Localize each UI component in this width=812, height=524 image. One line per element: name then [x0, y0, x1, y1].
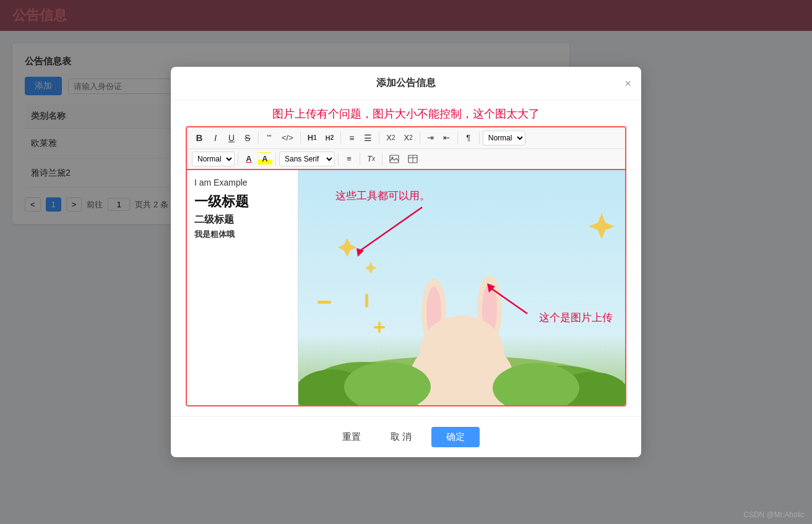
- annotation-tools: 这些工具都可以用。: [335, 189, 430, 203]
- insert-image-button[interactable]: [386, 153, 403, 165]
- h2-preview: 二级标题: [194, 213, 290, 226]
- underline-button[interactable]: U: [224, 131, 239, 145]
- font-color-button[interactable]: A: [241, 152, 256, 165]
- separator: [275, 153, 276, 165]
- ordered-list-button[interactable]: ≡: [344, 131, 359, 145]
- separator: [379, 132, 379, 144]
- separator: [479, 132, 480, 144]
- reset-button[interactable]: 重置: [332, 427, 371, 447]
- clear-format-button[interactable]: Tx: [363, 152, 379, 165]
- modal-title: 添加公告信息: [376, 77, 436, 90]
- modal-dialog: 添加公告信息 × 图片上传有个问题，图片大小不能控制，这个图太大了 B I U …: [171, 67, 641, 457]
- watermark: CSDN @Mr.Aholic: [743, 510, 805, 519]
- modal-footer: 重置 取 消 确定: [171, 416, 641, 457]
- editor-image-panel: 这些工具都可以用。 这个是图片上传: [298, 170, 625, 405]
- separator: [258, 132, 259, 144]
- strikethrough-button[interactable]: S: [240, 131, 255, 145]
- unordered-list-button[interactable]: ☰: [360, 131, 376, 145]
- subscript-button[interactable]: X2: [382, 131, 399, 144]
- normal-select[interactable]: Normal: [483, 131, 525, 145]
- svg-rect-23: [317, 301, 331, 304]
- editor-text-panel[interactable]: I am Example 一级标题 二级标题 我是粗体哦: [187, 170, 298, 405]
- editor-body: I am Example 一级标题 二级标题 我是粗体哦: [187, 170, 625, 405]
- superscript-button[interactable]: X2: [400, 131, 417, 144]
- separator: [338, 153, 339, 165]
- editor-toolbar-row2: Normal A A Sans Serif ≡ Tx: [187, 149, 625, 170]
- editor-container: B I U S "' </> H1 H2 ≡ ☰ X2 X2 ⇥ ⇤: [186, 126, 626, 406]
- indent-right-button[interactable]: ⇥: [423, 131, 438, 144]
- example-text: I am Example: [194, 178, 290, 187]
- modal-close-button[interactable]: ×: [624, 77, 631, 90]
- paragraph-button[interactable]: ¶: [461, 131, 476, 144]
- svg-rect-25: [374, 326, 385, 329]
- italic-button[interactable]: I: [208, 131, 223, 145]
- svg-point-13: [420, 316, 504, 390]
- separator: [382, 153, 382, 165]
- editor-toolbar-row1: B I U S "' </> H1 H2 ≡ ☰ X2 X2 ⇥ ⇤: [187, 127, 625, 149]
- align-left-button[interactable]: ≡: [342, 152, 356, 165]
- confirm-button[interactable]: 确定: [431, 427, 480, 447]
- insert-table-button[interactable]: [404, 153, 421, 165]
- separator: [457, 132, 458, 144]
- separator: [360, 153, 360, 165]
- normal-select-2[interactable]: Normal: [192, 152, 235, 166]
- quote-button[interactable]: "': [262, 131, 277, 144]
- svg-rect-22: [365, 294, 368, 307]
- annotation-upload: 这个是图片上传: [539, 311, 613, 325]
- modal-overlay: 添加公告信息 × 图片上传有个问题，图片大小不能控制，这个图太大了 B I U …: [0, 0, 812, 524]
- annotation-top: 图片上传有个问题，图片大小不能控制，这个图太大了: [171, 100, 641, 126]
- separator: [300, 132, 301, 144]
- h1-button[interactable]: H1: [304, 131, 321, 144]
- svg-rect-0: [390, 155, 399, 163]
- cancel-button[interactable]: 取 消: [381, 427, 421, 447]
- modal-header: 添加公告信息 ×: [171, 67, 641, 100]
- separator: [238, 153, 238, 165]
- code-button[interactable]: </>: [278, 131, 297, 144]
- h2-button[interactable]: H2: [322, 132, 338, 144]
- font-bg-button[interactable]: A: [257, 152, 272, 165]
- bold-button[interactable]: B: [192, 131, 207, 145]
- indent-left-button[interactable]: ⇤: [439, 131, 454, 144]
- separator: [420, 132, 420, 144]
- separator: [340, 132, 341, 144]
- h1-preview: 一级标题: [194, 192, 290, 211]
- font-family-select[interactable]: Sans Serif: [279, 152, 335, 166]
- bold-preview: 我是粗体哦: [194, 229, 290, 240]
